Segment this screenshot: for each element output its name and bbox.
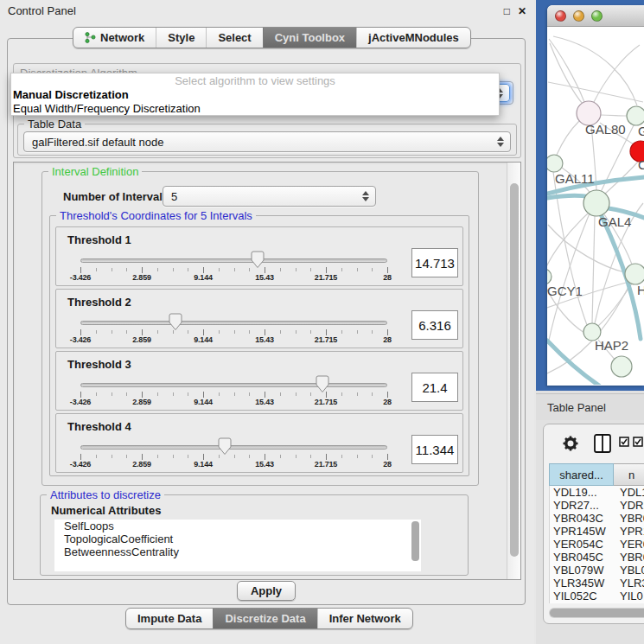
slider-tick-label: 28 (383, 398, 392, 406)
mac-minimize-button[interactable] (573, 10, 584, 22)
network-node[interactable] (547, 269, 552, 284)
table-row[interactable]: YPR145WYPR1 (550, 525, 644, 538)
network-edge-thick[interactable] (547, 341, 599, 385)
slider-tick (326, 454, 327, 460)
network-edge[interactable] (547, 214, 588, 269)
thresholds-group-title: Threshold's Coordinates for 5 Intervals (56, 209, 256, 222)
slider-tick (234, 455, 235, 458)
tab-impute-data[interactable]: Impute Data (126, 609, 213, 628)
slider-tick (387, 329, 388, 335)
slider-tick (341, 330, 342, 334)
mac-zoom-button[interactable] (591, 10, 603, 22)
attribute-list-item[interactable]: SelfLoops (54, 520, 421, 532)
numerical-attributes-list[interactable]: SelfLoopsTopologicalCoefficientBetweenne… (54, 520, 421, 571)
select-columns-checkbox-icon[interactable] (620, 437, 628, 446)
table-cell: YBR045C (550, 551, 615, 564)
network-edge[interactable] (550, 43, 583, 104)
network-edge[interactable] (592, 216, 595, 323)
slider-thumb[interactable] (250, 251, 265, 269)
table-row[interactable]: YBR043CYBR0 (550, 512, 644, 525)
network-node[interactable] (611, 356, 632, 377)
network-node[interactable] (625, 264, 644, 284)
select-rows-checkbox-icon[interactable] (634, 437, 642, 446)
slider-tick (80, 392, 81, 398)
table-row[interactable]: YBR045CYBR0 (550, 551, 644, 564)
network-edge[interactable] (553, 36, 637, 105)
settings-vertical-scrollbar[interactable] (507, 163, 520, 579)
slider-track[interactable] (80, 445, 387, 450)
slider-tick (341, 392, 342, 396)
slider-tick-label: -3.426 (70, 273, 91, 282)
table-row[interactable]: YER054CYER0 (550, 538, 644, 551)
table-cell: YIL0 (615, 590, 644, 603)
tab-style[interactable]: Style (156, 28, 206, 48)
slider-tick (80, 267, 81, 273)
network-edge[interactable] (549, 39, 584, 102)
slider-tick-label: 15.43 (255, 273, 274, 282)
network-edge[interactable] (601, 115, 627, 116)
number-of-intervals-label: Number of Intervals (63, 190, 169, 203)
attribute-list-item[interactable]: TopologicalCoefficient (54, 532, 421, 545)
table-row[interactable]: YBL079WYBL0 (550, 564, 644, 577)
network-window-titlebar[interactable] (547, 5, 644, 27)
slider-tick (142, 454, 143, 460)
mac-close-button[interactable] (555, 10, 566, 22)
float-window-icon[interactable]: □ (504, 6, 510, 16)
dropdown-option[interactable]: Manual Discretization (11, 88, 499, 102)
slider-tick-label: -3.426 (70, 398, 91, 406)
attributes-list-scrollbar[interactable] (411, 521, 419, 561)
threshold-value-field[interactable]: 11.344 (411, 435, 458, 464)
tab-cyni-toolbox[interactable]: Cyni Toolbox (263, 28, 356, 48)
slider-thumb[interactable] (168, 313, 183, 331)
tab-network[interactable]: Network (73, 28, 156, 48)
network-node[interactable] (583, 190, 609, 216)
slider-tick (157, 330, 158, 334)
slider-tick-label: 2.859 (132, 273, 151, 282)
slider-tick (310, 268, 311, 271)
network-edge[interactable] (557, 121, 579, 155)
table-column-header[interactable]: n (614, 463, 644, 486)
tab-infer-network[interactable]: Infer Network (317, 609, 412, 628)
threshold-value-field[interactable]: 6.316 (411, 310, 458, 340)
threshold-value-field[interactable]: 14.713 (411, 248, 458, 277)
table-row[interactable]: YDL19...YDL1 (550, 486, 644, 499)
split-columns-icon[interactable] (595, 435, 610, 452)
number-of-intervals-spinner[interactable]: 5 (163, 186, 376, 207)
slider-track[interactable] (80, 258, 387, 263)
slider-tick (249, 330, 250, 334)
table-row[interactable]: YDR27...YDR2 (550, 499, 644, 512)
slider-tick (173, 392, 174, 396)
network-node[interactable] (627, 106, 644, 125)
tab-jactivemnodules[interactable]: jActiveMNodules (356, 28, 470, 48)
slider-tick (80, 454, 81, 460)
network-node[interactable] (547, 155, 563, 172)
tab-select[interactable]: Select (206, 28, 262, 48)
scrollbar-thumb[interactable] (510, 183, 519, 557)
apply-button[interactable]: Apply (237, 581, 296, 601)
slider-track[interactable] (80, 321, 387, 325)
network-edge[interactable] (594, 45, 640, 102)
table-row[interactable]: YLR345WYLR3 (550, 577, 644, 590)
threshold-box: Threshold 1-3.4262.8599.14415.4321.71528… (55, 226, 463, 286)
slider-thumb[interactable] (217, 437, 233, 456)
network-canvas[interactable]: GAL80GCGAL11GAL4GCY1HHAP2 (547, 27, 644, 385)
table-row[interactable]: YIL052CYIL0 (550, 590, 644, 603)
table-panel-region: Table Panel (536, 391, 644, 644)
table-column-header[interactable]: shared... (549, 463, 614, 486)
slider-thumb[interactable] (315, 375, 330, 393)
table-cell: YIL052C (550, 590, 615, 603)
threshold-value-field[interactable]: 21.4 (411, 373, 458, 402)
attribute-list-item[interactable]: BetweennessCentrality (54, 545, 421, 558)
threshold-label: Threshold 1 (67, 233, 131, 246)
hscrollbar-thumb[interactable] (550, 609, 644, 617)
table-data-combobox[interactable]: galFiltered.sif default node (23, 131, 511, 152)
slider-tick (188, 455, 188, 458)
table-settings-gear-icon[interactable] (564, 437, 578, 451)
tab-discretize-data[interactable]: Discretize Data (213, 609, 316, 628)
slider-tick (96, 330, 97, 334)
slider-tick (203, 267, 204, 273)
table-horizontal-scrollbar[interactable] (549, 608, 644, 618)
slider-track[interactable] (80, 383, 387, 387)
close-panel-icon[interactable]: ✕ (518, 6, 526, 16)
dropdown-option[interactable]: Equal Width/Frequency Discretization (11, 102, 499, 116)
